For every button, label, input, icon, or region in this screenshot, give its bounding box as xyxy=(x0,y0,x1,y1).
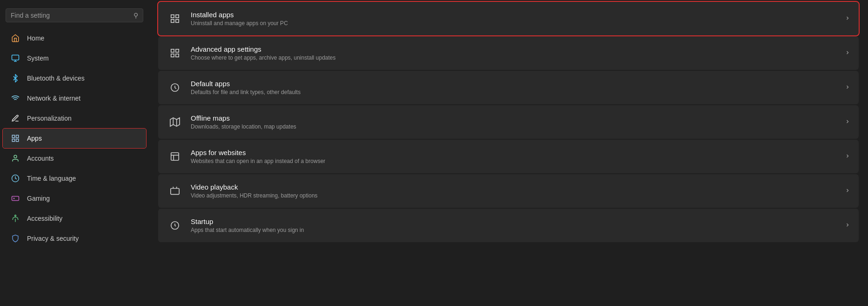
startup-title: Startup xyxy=(191,218,840,225)
advanced-app-settings-text: Advanced app settingsChoose where to get… xyxy=(191,45,840,61)
apps-icon xyxy=(10,133,20,143)
installed-apps-chevron-icon xyxy=(845,15,850,22)
sidebar-item-label-gaming: Gaming xyxy=(27,195,50,202)
search-icon: ⚲ xyxy=(134,12,138,19)
svg-rect-19 xyxy=(171,49,174,52)
sidebar-item-label-network: Network & internet xyxy=(27,95,80,102)
settings-item-offline-maps[interactable]: Offline mapsDownloads, storage location,… xyxy=(158,105,859,139)
sidebar-item-gaming[interactable]: Gaming xyxy=(3,189,146,208)
startup-text: StartupApps that start automatically whe… xyxy=(191,218,840,233)
svg-rect-6 xyxy=(12,139,14,142)
bluetooth-icon xyxy=(10,73,20,83)
sidebar-item-home[interactable]: Home xyxy=(3,28,146,48)
apps-for-websites-chevron-icon xyxy=(845,153,850,160)
apps-for-websites-subtitle: Websites that can open in an app instead… xyxy=(191,158,840,164)
installed-apps-title: Installed apps xyxy=(191,11,840,19)
default-apps-text: Default appsDefaults for file and link t… xyxy=(191,80,840,95)
advanced-app-settings-subtitle: Choose where to get apps, archive apps, … xyxy=(191,54,840,61)
svg-rect-16 xyxy=(176,15,179,18)
svg-rect-3 xyxy=(12,135,14,137)
settings-item-installed-apps[interactable]: Installed appsUninstall and manage apps … xyxy=(158,2,859,35)
gaming-icon xyxy=(10,193,20,204)
svg-rect-21 xyxy=(176,54,179,57)
search-container: ⚲ xyxy=(6,8,143,22)
startup-subtitle: Apps that start automatically when you s… xyxy=(191,227,840,233)
sidebar-nav: HomeSystemBluetooth & devicesNetwork & i… xyxy=(0,28,149,249)
settings-item-apps-for-websites[interactable]: Apps for websitesWebsites that can open … xyxy=(158,140,859,173)
svg-rect-4 xyxy=(16,135,19,137)
settings-item-advanced-app-settings[interactable]: Advanced app settingsChoose where to get… xyxy=(158,36,859,70)
offline-maps-title: Offline maps xyxy=(191,114,840,122)
svg-rect-26 xyxy=(171,153,179,161)
settings-list: Installed appsUninstall and manage apps … xyxy=(158,0,859,242)
startup-icon xyxy=(167,217,183,234)
default-apps-icon xyxy=(167,79,183,96)
sidebar-item-personalization[interactable]: Personalization xyxy=(3,109,146,128)
settings-item-default-apps[interactable]: Default appsDefaults for file and link t… xyxy=(158,71,859,104)
sidebar-item-label-time: Time & language xyxy=(27,175,76,182)
video-playback-text: Video playbackVideo adjustments, HDR str… xyxy=(191,183,840,199)
offline-maps-icon xyxy=(167,114,183,130)
advanced-app-settings-title: Advanced app settings xyxy=(191,45,840,53)
sidebar-item-label-home: Home xyxy=(27,34,44,42)
default-apps-subtitle: Defaults for file and link types, other … xyxy=(191,89,840,95)
installed-apps-text: Installed appsUninstall and manage apps … xyxy=(191,11,840,27)
network-icon xyxy=(10,93,20,103)
settings-item-startup[interactable]: StartupApps that start automatically whe… xyxy=(158,209,859,242)
advanced-app-settings-icon xyxy=(167,45,183,61)
offline-maps-chevron-icon xyxy=(845,118,850,126)
sidebar-item-accessibility[interactable]: Accessibility xyxy=(3,209,146,228)
advanced-app-settings-chevron-icon xyxy=(845,49,850,57)
apps-for-websites-text: Apps for websitesWebsites that can open … xyxy=(191,149,840,164)
default-apps-chevron-icon xyxy=(845,84,850,91)
sidebar-item-bluetooth[interactable]: Bluetooth & devices xyxy=(3,68,146,88)
sidebar-item-apps[interactable]: Apps xyxy=(3,129,146,148)
personalization-icon xyxy=(10,113,20,123)
sidebar-item-network[interactable]: Network & internet xyxy=(3,88,146,108)
svg-rect-29 xyxy=(171,189,179,195)
sidebar-item-label-bluetooth: Bluetooth & devices xyxy=(27,75,85,82)
video-playback-subtitle: Video adjustments, HDR streaming, batter… xyxy=(191,192,840,199)
accounts-icon xyxy=(10,153,20,163)
sidebar-item-label-accounts: Accounts xyxy=(27,155,54,162)
sidebar-item-label-accessibility: Accessibility xyxy=(27,215,62,222)
video-playback-chevron-icon xyxy=(845,187,850,195)
main-content: Installed appsUninstall and manage apps … xyxy=(149,0,868,306)
accessibility-icon xyxy=(10,213,20,224)
sidebar: ⚲ HomeSystemBluetooth & devicesNetwork &… xyxy=(0,0,149,306)
svg-rect-17 xyxy=(176,20,179,22)
video-playback-icon xyxy=(167,183,183,199)
privacy-icon xyxy=(10,233,20,244)
svg-rect-5 xyxy=(16,139,19,142)
time-icon xyxy=(10,173,20,184)
sidebar-item-privacy[interactable]: Privacy & security xyxy=(3,229,146,248)
settings-item-video-playback[interactable]: Video playbackVideo adjustments, HDR str… xyxy=(158,174,859,208)
sidebar-item-accounts[interactable]: Accounts xyxy=(3,149,146,168)
svg-rect-15 xyxy=(171,15,174,18)
video-playback-title: Video playback xyxy=(191,183,840,191)
apps-for-websites-title: Apps for websites xyxy=(191,149,840,156)
startup-chevron-icon xyxy=(845,222,850,229)
svg-point-14 xyxy=(15,215,16,217)
svg-rect-13 xyxy=(12,197,19,201)
svg-rect-20 xyxy=(176,49,179,52)
default-apps-title: Default apps xyxy=(191,80,840,88)
svg-rect-18 xyxy=(171,20,174,22)
offline-maps-text: Offline mapsDownloads, storage location,… xyxy=(191,114,840,130)
sidebar-item-label-apps: Apps xyxy=(27,135,42,142)
sidebar-item-label-personalization: Personalization xyxy=(27,115,72,122)
svg-point-7 xyxy=(14,155,17,158)
svg-rect-22 xyxy=(171,54,174,57)
sidebar-item-label-system: System xyxy=(27,54,49,62)
apps-for-websites-icon xyxy=(167,148,183,165)
sidebar-item-system[interactable]: System xyxy=(3,48,146,68)
system-icon xyxy=(10,53,20,63)
offline-maps-subtitle: Downloads, storage location, map updates xyxy=(191,123,840,130)
home-icon xyxy=(10,33,20,43)
installed-apps-icon xyxy=(167,10,183,27)
search-input[interactable] xyxy=(11,12,132,19)
installed-apps-subtitle: Uninstall and manage apps on your PC xyxy=(191,20,840,27)
svg-rect-0 xyxy=(12,55,19,60)
sidebar-item-time[interactable]: Time & language xyxy=(3,169,146,188)
sidebar-item-label-privacy: Privacy & security xyxy=(27,235,79,242)
